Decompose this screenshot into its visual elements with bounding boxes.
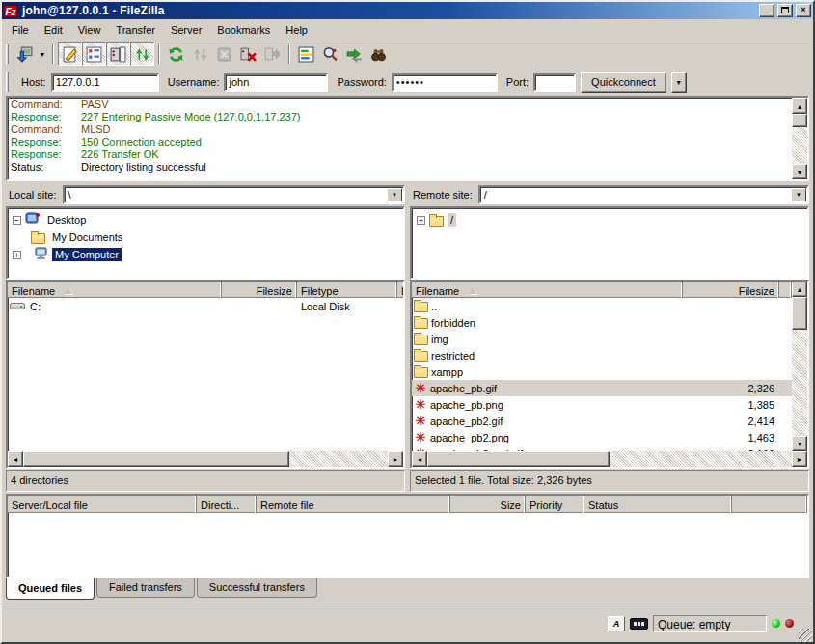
image-file-icon: ✳ — [414, 398, 427, 412]
menu-help[interactable]: Help — [278, 21, 315, 39]
refresh-icon[interactable] — [164, 42, 188, 66]
site-manager-icon[interactable] — [13, 42, 37, 66]
remote-row-parent-dir[interactable]: .. — [412, 298, 792, 314]
cancel-icon[interactable] — [212, 42, 236, 66]
scrollbar-thumb[interactable] — [427, 451, 610, 467]
toggle-log-icon[interactable] — [58, 42, 82, 66]
remote-row-apache-pb-png[interactable]: ✳apache_pb.png1,385 — [412, 396, 792, 413]
tab-failed-transfers[interactable]: Failed transfers — [96, 578, 195, 598]
toolbar-separator — [158, 44, 160, 64]
scrollbar-thumb[interactable] — [792, 114, 807, 127]
my-computer-icon — [34, 247, 48, 263]
host-input[interactable] — [51, 73, 159, 92]
chevron-down-icon[interactable]: ▼ — [791, 188, 806, 201]
local-column-filetype[interactable]: Filetype — [297, 282, 397, 298]
toggle-queue-icon[interactable] — [130, 42, 154, 66]
scroll-up-icon[interactable]: ▲ — [792, 98, 807, 114]
scroll-down-icon[interactable]: ▼ — [792, 164, 807, 179]
local-horizontal-scrollbar[interactable]: ◄ ► — [8, 451, 403, 467]
remote-row-apache-pb2-png[interactable]: ✳apache_pb2.png1,463 — [412, 429, 792, 445]
scroll-down-icon[interactable]: ▼ — [792, 436, 807, 451]
data-type-icon[interactable]: A — [608, 616, 625, 631]
tree-item-my-computer[interactable]: + My Computer — [8, 246, 403, 263]
site-manager-dropdown-icon[interactable]: ▼ — [37, 42, 48, 66]
local-site-combo[interactable]: \ ▼ — [63, 185, 405, 204]
local-status-text: 4 directories — [6, 470, 405, 492]
remote-site-combo[interactable]: / ▼ — [478, 185, 809, 204]
scroll-left-icon[interactable]: ◄ — [8, 451, 23, 467]
remote-vertical-scrollbar[interactable]: ▲ ▼ — [792, 282, 807, 451]
menu-bookmarks[interactable]: Bookmarks — [209, 21, 278, 39]
reconnect-icon[interactable] — [260, 42, 285, 66]
remote-row-img[interactable]: img — [412, 331, 792, 347]
username-label: Username: — [168, 76, 220, 88]
scroll-up-icon[interactable]: ▲ — [792, 282, 807, 297]
collapse-icon[interactable]: − — [13, 216, 21, 225]
remote-row-forbidden[interactable]: forbidden — [412, 314, 792, 331]
menu-edit[interactable]: Edit — [37, 21, 70, 39]
maximize-button[interactable] — [777, 4, 793, 17]
remote-row-apache-pb2-gif[interactable]: ✳apache_pb2.gif2,414 — [412, 413, 792, 429]
tree-item-root[interactable]: + / — [412, 211, 807, 228]
tab-queued-files[interactable]: Queued files — [6, 578, 95, 600]
maximize-icon — [781, 7, 789, 13]
tree-item-my-documents[interactable]: My Documents — [8, 228, 403, 246]
expand-icon[interactable]: + — [417, 216, 425, 225]
quickconnect-dropdown-icon[interactable]: ▼ — [671, 72, 687, 93]
menu-server[interactable]: Server — [163, 21, 209, 39]
folder-icon — [414, 367, 428, 378]
scrollbar-thumb[interactable] — [23, 451, 289, 467]
image-file-icon: ✳ — [414, 431, 427, 444]
menu-view[interactable]: View — [70, 21, 109, 39]
scroll-left-icon[interactable]: ◄ — [412, 451, 427, 467]
scrollbar-thumb[interactable] — [792, 297, 807, 330]
remote-row-xampp[interactable]: xampp — [412, 363, 792, 380]
expand-icon[interactable]: + — [13, 251, 21, 259]
log-line: Response:227 Entering Passive Mode (127,… — [8, 111, 807, 123]
find-files-icon[interactable] — [367, 42, 391, 66]
compare-icon[interactable] — [318, 42, 342, 66]
scroll-right-icon[interactable]: ► — [388, 451, 403, 467]
my-documents-icon — [31, 233, 45, 244]
queue-column-remote-file[interactable]: Remote file — [257, 496, 450, 513]
local-column-last-modified[interactable]: L — [397, 282, 405, 298]
remote-row-restricted[interactable]: restricted — [412, 347, 792, 363]
queue-column-status[interactable]: Status — [584, 496, 732, 513]
filter-icon[interactable] — [294, 42, 318, 66]
speed-limit-icon[interactable] — [630, 618, 648, 630]
file-panes: Local site: \ ▼ − Desktop My Documents + — [6, 183, 809, 490]
menu-file[interactable]: File — [4, 21, 37, 39]
username-input[interactable] — [224, 73, 328, 92]
queue-column-size[interactable]: Size — [450, 496, 526, 513]
queue-column-server-local-file[interactable]: Server/Local file — [8, 496, 197, 513]
process-queue-icon[interactable] — [188, 42, 212, 66]
local-column-filesize[interactable]: Filesize — [222, 282, 297, 298]
quickconnect-bar: Host: Username: Password: Port: Quickcon… — [2, 67, 813, 96]
remote-horizontal-scrollbar[interactable]: ◄ ► — [412, 451, 807, 467]
chevron-down-icon[interactable]: ▼ — [387, 188, 402, 201]
scroll-right-icon[interactable]: ► — [792, 451, 807, 467]
tree-item-desktop[interactable]: − Desktop — [8, 211, 403, 228]
image-file-icon: ✳ — [414, 382, 427, 395]
toggle-remote-tree-icon[interactable] — [106, 42, 130, 66]
resize-grip[interactable] — [799, 629, 812, 642]
toggle-local-tree-icon[interactable] — [82, 42, 106, 66]
password-input[interactable] — [392, 73, 498, 92]
tab-successful-transfers[interactable]: Successful transfers — [197, 578, 317, 598]
log-scrollbar[interactable]: ▲ ▼ — [792, 98, 807, 179]
remote-column-filesize[interactable]: Filesize — [683, 282, 779, 298]
local-row-c-drive[interactable]: C: Local Disk — [8, 298, 403, 314]
close-button[interactable]: × — [796, 4, 811, 17]
minimize-button[interactable]: _ — [759, 4, 774, 17]
remote-row-apache-pb-gif[interactable]: ✳apache_pb.gif2,326 — [412, 380, 792, 396]
menu-transfer[interactable]: Transfer — [108, 21, 163, 39]
quickconnect-button[interactable]: Quickconnect — [581, 72, 666, 93]
sync-browse-icon[interactable] — [342, 42, 367, 66]
local-column-filename[interactable]: Filename — [8, 282, 222, 298]
local-file-list: Filename Filesize Filetype L C: Local Di… — [6, 280, 405, 469]
queue-column-priority[interactable]: Priority — [526, 496, 584, 513]
port-input[interactable] — [533, 73, 576, 92]
remote-column-filename[interactable]: Filename — [412, 282, 683, 298]
disconnect-icon[interactable] — [236, 42, 260, 66]
queue-column-direction[interactable]: Directi... — [197, 496, 257, 513]
